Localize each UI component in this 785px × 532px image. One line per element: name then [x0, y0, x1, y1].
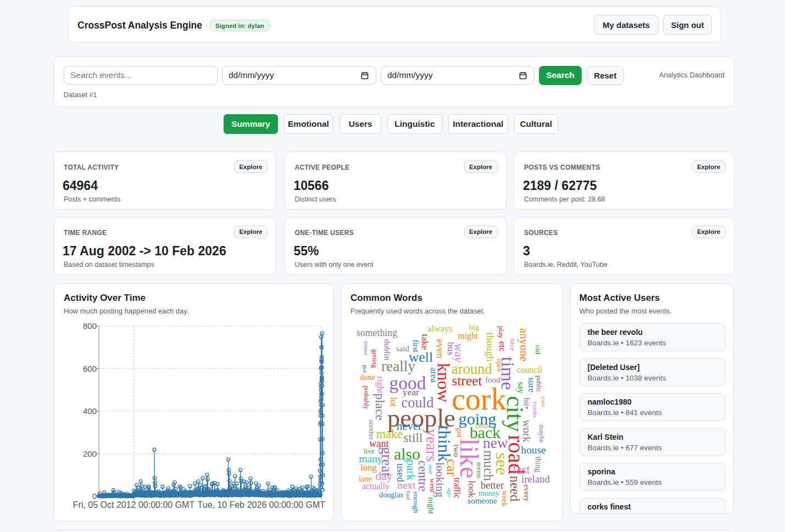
svg-text:0: 0	[92, 491, 97, 501]
svg-text:200: 200	[83, 449, 97, 458]
svg-text:Tue, 10 Feb 2026 00:00:00 GMT: Tue, 10 Feb 2026 00:00:00 GMT	[198, 500, 326, 509]
svg-text:800: 800	[83, 321, 97, 331]
svg-text:Fri, 05 Oct 2012 00:00:00 GMT: Fri, 05 Oct 2012 00:00:00 GMT	[73, 500, 195, 509]
svg-text:600: 600	[83, 364, 97, 373]
svg-text:400: 400	[83, 406, 97, 416]
